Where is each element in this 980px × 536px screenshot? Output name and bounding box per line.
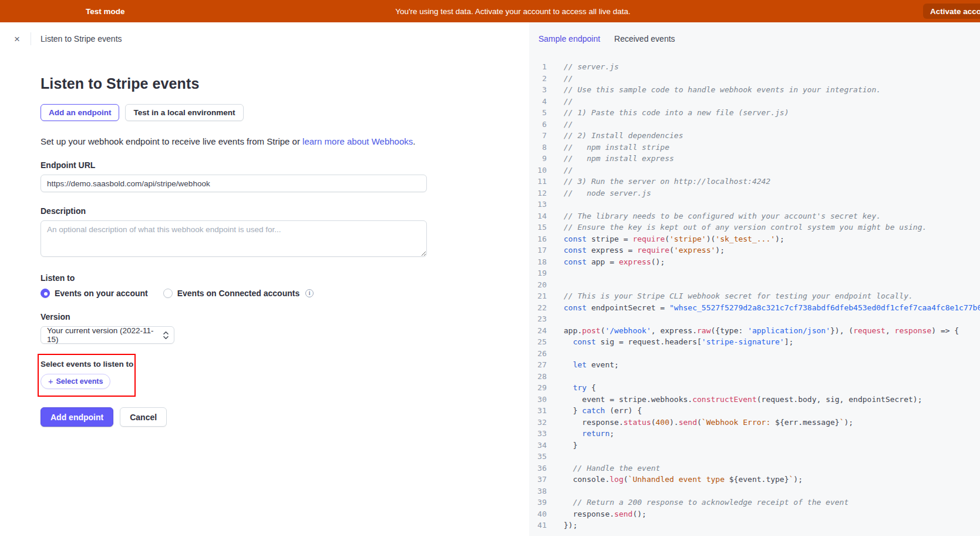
radio-label: Events on your account — [55, 289, 148, 298]
code-line: 10// — [531, 165, 980, 176]
code-line: 6// — [531, 119, 980, 130]
code-line: 35 — [531, 451, 980, 463]
description-textarea[interactable] — [41, 220, 427, 257]
line-number: 16 — [531, 233, 547, 245]
line-number: 35 — [531, 451, 547, 463]
close-icon[interactable]: × — [11, 32, 23, 45]
add-endpoint-button[interactable]: Add endpoint — [41, 407, 113, 427]
tab-add-endpoint[interactable]: Add an endpoint — [41, 104, 119, 121]
code-line: 28 — [531, 371, 980, 383]
line-number: 22 — [531, 302, 547, 314]
code-line: 34 } — [531, 440, 980, 451]
code-line: 16const stripe = require('stripe')('sk_t… — [531, 233, 980, 245]
line-number: 18 — [531, 256, 547, 268]
line-number: 11 — [531, 176, 547, 187]
select-events-button[interactable]: + Select events — [41, 374, 110, 389]
description-label: Description — [41, 206, 489, 216]
code-line: 41}); — [531, 520, 980, 531]
line-number: 30 — [531, 394, 547, 406]
code-line: 29 try { — [531, 382, 980, 394]
sample-code-editor: 1// server.js2//3// Use this sample code… — [529, 55, 980, 531]
line-number: 17 — [531, 244, 547, 256]
radio-selected-icon[interactable] — [41, 289, 50, 298]
version-select-value: Your current version (2022-11-15) — [47, 326, 163, 344]
code-line: 20 — [531, 279, 980, 291]
listen-to-group: Listen to Events on your account Events … — [41, 273, 489, 298]
code-line: 24app.post('/webhook', express.raw({type… — [531, 325, 980, 337]
line-number: 41 — [531, 520, 547, 531]
header-divider — [31, 32, 31, 45]
version-select[interactable]: Your current version (2022-11-15) — [41, 326, 174, 344]
webhooks-docs-link[interactable]: learn more about Webhooks — [302, 136, 413, 146]
code-line: 1// server.js — [531, 61, 980, 73]
code-line: 38 — [531, 485, 980, 497]
code-line: 8// npm install stripe — [531, 142, 980, 153]
intro-text-body: Set up your webhook endpoint to receive … — [41, 136, 302, 146]
code-line: 31 } catch (err) { — [531, 405, 980, 417]
code-line: 5// 1) Paste this code into a new file (… — [531, 107, 980, 119]
line-number: 26 — [531, 348, 547, 360]
code-line: 14// The library needs to be configured … — [531, 210, 980, 222]
select-events-button-label: Select events — [56, 377, 103, 386]
line-number: 34 — [531, 440, 547, 451]
code-line: 21// This is your Stripe CLI webhook sec… — [531, 290, 980, 302]
code-panel-tabs: Sample endpoint Received events — [529, 22, 980, 55]
line-number: 31 — [531, 405, 547, 417]
code-line: 23 — [531, 313, 980, 325]
line-number: 24 — [531, 325, 547, 337]
tab-received-events[interactable]: Received events — [614, 34, 675, 43]
tab-sample-endpoint[interactable]: Sample endpoint — [538, 34, 600, 43]
select-events-label: Select events to listen to — [41, 360, 134, 369]
radio-events-connected-accounts[interactable]: Events on Connected accounts i — [163, 289, 314, 298]
breadcrumb: Listen to Stripe events — [41, 34, 122, 43]
line-number: 10 — [531, 165, 547, 176]
line-number: 6 — [531, 119, 547, 130]
line-number: 23 — [531, 313, 547, 325]
listen-to-options: Events on your account Events on Connect… — [41, 289, 489, 298]
panel-header: × Listen to Stripe events — [0, 22, 529, 55]
line-number: 40 — [531, 508, 547, 520]
line-number: 4 — [531, 96, 547, 108]
line-number: 21 — [531, 290, 547, 302]
line-number: 3 — [531, 84, 547, 96]
line-number: 36 — [531, 463, 547, 474]
endpoint-url-label: Endpoint URL — [41, 160, 489, 170]
radio-unselected-icon[interactable] — [163, 289, 173, 298]
line-number: 39 — [531, 497, 547, 508]
annotation-select-events-highlight: Select events to listen to + Select even… — [38, 354, 136, 397]
radio-label: Events on Connected accounts — [177, 289, 299, 298]
code-line: 15// Ensure the key is kept out of any v… — [531, 222, 980, 233]
code-line: 25 const sig = request.headers['stripe-s… — [531, 336, 980, 348]
activate-account-button[interactable]: Activate account — [923, 4, 980, 19]
select-chevrons-icon — [163, 331, 169, 340]
code-line: 33 return; — [531, 428, 980, 440]
line-number: 9 — [531, 153, 547, 165]
code-line: 19 — [531, 267, 980, 279]
line-number: 29 — [531, 382, 547, 394]
code-line: 12// node server.js — [531, 187, 980, 199]
page-title: Listen to Stripe events — [41, 75, 489, 92]
code-line: 39 // Return a 200 response to acknowled… — [531, 497, 980, 508]
line-number: 32 — [531, 417, 547, 428]
line-number: 33 — [531, 428, 547, 440]
code-line: 32 response.status(400).send(`Webhook Er… — [531, 417, 980, 428]
code-line: 18const app = express(); — [531, 256, 980, 268]
line-number: 5 — [531, 107, 547, 119]
webhook-form: Listen to Stripe events Add an endpoint … — [0, 75, 529, 427]
tab-test-local-environment[interactable]: Test in a local environment — [125, 104, 243, 121]
cancel-button[interactable]: Cancel — [120, 407, 167, 427]
line-number: 7 — [531, 130, 547, 142]
code-line: 17const express = require('express'); — [531, 244, 980, 256]
endpoint-url-group: Endpoint URL — [41, 160, 489, 192]
endpoint-url-input[interactable] — [41, 175, 427, 192]
line-number: 8 — [531, 142, 547, 153]
description-group: Description — [41, 206, 489, 259]
line-number: 2 — [531, 73, 547, 85]
info-icon[interactable]: i — [305, 289, 314, 297]
code-line: 11// 3) Run the server on http://localho… — [531, 176, 980, 187]
radio-events-your-account[interactable]: Events on your account — [41, 289, 148, 298]
code-line: 22const endpointSecret = "whsec_5527f527… — [531, 302, 980, 314]
line-number: 14 — [531, 210, 547, 222]
intro-text: Set up your webhook endpoint to receive … — [41, 136, 489, 146]
line-number: 1 — [531, 61, 547, 73]
